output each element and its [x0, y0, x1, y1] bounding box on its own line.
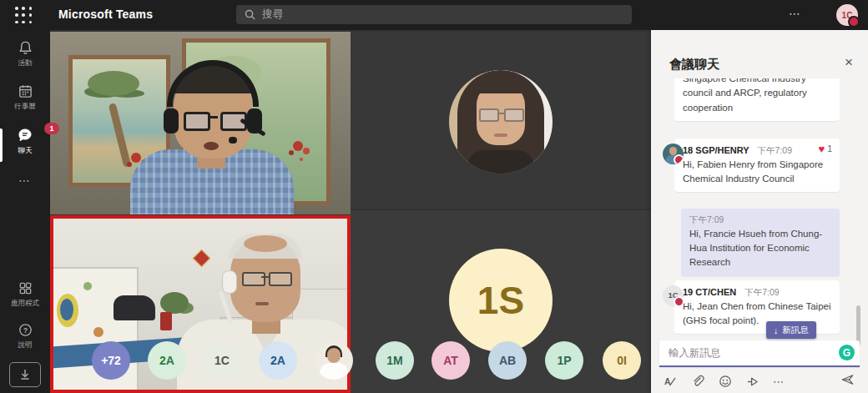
message-input[interactable]	[667, 343, 829, 363]
avatar	[663, 144, 684, 164]
heart-icon: ♥	[818, 144, 825, 154]
search-icon	[245, 9, 255, 20]
sidebar-item-help[interactable]: ? 說明	[0, 322, 50, 350]
app-sidebar: 活動 行事曆 1 聊天 ⋯ 應用程式 ? 說明	[0, 30, 50, 393]
message-input-box[interactable]: G	[659, 340, 860, 367]
presence-busy-dot	[848, 16, 860, 28]
giphy-icon[interactable]	[745, 375, 760, 389]
chat-message[interactable]: 18 SGP/HENRY 下午7:09 ♥ 1 Hi, Fabien Henry…	[674, 139, 840, 192]
participant-avatar[interactable]: 1M	[376, 341, 414, 380]
help-icon: ?	[18, 322, 33, 338]
message-author: 18 SGP/HENRY	[683, 145, 749, 155]
compose-toolbar: A ⋯	[663, 372, 856, 390]
meeting-chat-panel: 會議聊天 × Singapore Chemical Industry counc…	[651, 30, 868, 393]
more-dots-icon: ⋯	[18, 174, 32, 187]
participant-avatar[interactable]: 1P	[545, 341, 583, 380]
headset-earpiece	[222, 270, 237, 294]
sidebar-item-apps[interactable]: 應用程式	[0, 280, 50, 309]
wall-poster	[50, 267, 139, 393]
download-icon	[18, 368, 32, 381]
app-launcher-icon[interactable]	[15, 7, 32, 23]
participant-avatar[interactable]: AT	[431, 341, 470, 380]
topbar-more-button[interactable]: ⋯	[789, 7, 801, 20]
sidebar-item-more[interactable]: ⋯	[0, 174, 50, 187]
message-text: Hi, Francie Hsueh from Chung-Hua Institu…	[689, 227, 831, 270]
message-text: Singapore Chemical Industry council and …	[683, 78, 831, 115]
arrow-down-icon: ↓	[774, 325, 778, 335]
chat-message[interactable]: Singapore Chemical Industry council and …	[674, 78, 840, 121]
message-time: 下午7:09	[744, 287, 779, 297]
apps-icon	[18, 280, 33, 296]
participant-avatar[interactable]: AB	[488, 341, 527, 380]
emoji-icon[interactable]	[718, 375, 732, 389]
red-ornament	[193, 249, 210, 267]
send-icon[interactable]	[840, 372, 855, 386]
chat-message-self[interactable]: 下午7:09 Hi, Francie Hsueh from Chung-Hua …	[681, 209, 840, 276]
meeting-stage: 1S +722A1C2A1MATAB1P0I	[50, 30, 651, 393]
grammarly-icon[interactable]: G	[839, 345, 855, 360]
app-title: Microsoft Teams	[58, 8, 153, 21]
attach-icon[interactable]	[690, 375, 704, 389]
message-text: Hi, Fabien Henry from Singapore Chemical…	[683, 158, 831, 187]
message-time: 下午7:09	[689, 214, 831, 227]
plant	[160, 292, 189, 314]
sidebar-item-activity[interactable]: 活動	[0, 40, 50, 68]
participant-video-top[interactable]	[50, 32, 351, 214]
chat-panel-title: 會議聊天	[669, 57, 719, 73]
chat-message-list[interactable]: Singapore Chemical Industry council and …	[651, 78, 868, 337]
glasses	[479, 108, 499, 122]
participant-portrait-woman[interactable]	[449, 70, 553, 174]
glasses	[242, 272, 265, 286]
participant-avatar[interactable]: +72	[92, 341, 130, 380]
search-placeholder: 搜尋	[262, 8, 283, 22]
chat-icon	[17, 127, 33, 144]
bell-icon	[18, 40, 33, 56]
search-box[interactable]: 搜尋	[236, 5, 632, 24]
message-time: 下午7:09	[758, 145, 792, 155]
glasses	[184, 112, 210, 131]
participant-avatar[interactable]: 2A	[259, 341, 297, 380]
teams-meeting-window: { "topbar": { "app_title": "Microsoft Te…	[0, 0, 868, 393]
sidebar-item-calendar[interactable]: 行事曆	[0, 83, 50, 112]
calendar-icon	[18, 83, 33, 99]
avatar: 1C	[663, 285, 684, 306]
participant-avatar[interactable]: 0I	[603, 341, 641, 380]
sidebar-item-download[interactable]	[0, 362, 50, 387]
sidebar-item-chat[interactable]: 1 聊天	[0, 127, 50, 164]
presence-busy-dot	[674, 296, 684, 307]
close-icon[interactable]: ×	[845, 55, 853, 69]
message-author: 19 CT/CHEN	[683, 287, 736, 297]
format-icon[interactable]: A	[663, 375, 677, 389]
chat-scrollbar[interactable]	[856, 305, 860, 345]
bag	[114, 295, 155, 320]
participant-avatar-large[interactable]: 1S	[449, 249, 553, 352]
reaction-count: 1	[827, 143, 832, 156]
chat-unread-badge: 1	[44, 123, 59, 134]
new-messages-button[interactable]: ↓ 新訊息	[766, 321, 816, 339]
top-bar: Microsoft Teams 搜尋 ⋯ 1C	[0, 0, 868, 30]
heart-reaction[interactable]: ♥ 1	[818, 143, 832, 156]
participant-avatar-photo[interactable]	[315, 341, 353, 380]
svg-text:?: ?	[23, 326, 27, 335]
participant-avatar[interactable]: 1C	[203, 341, 241, 380]
participant-avatar[interactable]: 2A	[148, 341, 186, 380]
compose-more-button[interactable]: ⋯	[773, 375, 785, 388]
user-avatar[interactable]: 1C	[836, 4, 858, 26]
